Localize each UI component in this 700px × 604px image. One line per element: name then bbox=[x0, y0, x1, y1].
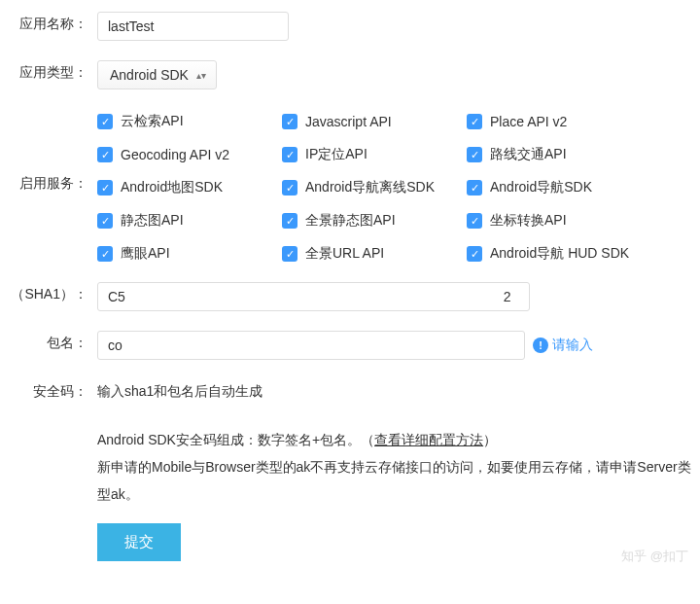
service-label: Place API v2 bbox=[490, 114, 567, 129]
service-checkbox-item[interactable]: ✓Android导航离线SDK bbox=[282, 179, 467, 196]
service-checkbox-item[interactable]: ✓全景静态图API bbox=[282, 212, 467, 230]
chevron-updown-icon: ▴▾ bbox=[196, 70, 206, 81]
checkbox-checked-icon: ✓ bbox=[97, 246, 113, 262]
checkbox-checked-icon: ✓ bbox=[97, 114, 113, 129]
checkbox-checked-icon: ✓ bbox=[97, 147, 113, 162]
service-label: Geocoding API v2 bbox=[121, 147, 229, 162]
label-app-type: 应用类型： bbox=[0, 58, 97, 82]
checkbox-checked-icon: ✓ bbox=[97, 180, 113, 195]
service-checkbox-item[interactable]: ✓鹰眼API bbox=[97, 245, 282, 263]
description-block: Android SDK安全码组成：数字签名+包名。（查看详细配置方法） 新申请的… bbox=[97, 426, 700, 508]
checkbox-checked-icon: ✓ bbox=[467, 246, 482, 262]
service-label: Android导航离线SDK bbox=[305, 179, 435, 196]
checkbox-checked-icon: ✓ bbox=[282, 246, 298, 262]
package-input[interactable] bbox=[97, 331, 525, 360]
config-detail-link[interactable]: 查看详细配置方法 bbox=[374, 432, 483, 447]
service-label: 路线交通API bbox=[490, 146, 567, 163]
app-type-select[interactable]: Android SDK ▴▾ bbox=[97, 60, 217, 89]
service-checkbox-item[interactable]: ✓Place API v2 bbox=[467, 113, 651, 130]
service-label: 鹰眼API bbox=[121, 245, 170, 263]
label-package: 包名： bbox=[0, 329, 97, 352]
service-label: 全景静态图API bbox=[305, 212, 396, 230]
checkbox-checked-icon: ✓ bbox=[467, 180, 482, 195]
label-security: 安全码： bbox=[0, 377, 97, 401]
app-name-input[interactable] bbox=[97, 12, 289, 41]
service-checkbox-item[interactable]: ✓路线交通API bbox=[467, 146, 651, 163]
desc-line1-b: ） bbox=[483, 432, 497, 447]
service-checkbox-item[interactable]: ✓Javascript API bbox=[282, 113, 467, 130]
submit-button[interactable]: 提交 bbox=[97, 523, 181, 561]
sha1-input[interactable] bbox=[97, 282, 530, 311]
service-label: Android导航 HUD SDK bbox=[490, 245, 629, 263]
service-checkbox-item[interactable]: ✓云检索API bbox=[97, 113, 282, 130]
checkbox-checked-icon: ✓ bbox=[97, 213, 113, 229]
app-type-value: Android SDK bbox=[110, 67, 189, 83]
label-sha1: （SHA1）： bbox=[0, 280, 97, 303]
checkbox-checked-icon: ✓ bbox=[282, 213, 298, 229]
service-label: 静态图API bbox=[121, 212, 184, 230]
service-checkbox-item[interactable]: ✓Android导航 HUD SDK bbox=[467, 245, 651, 263]
checkbox-checked-icon: ✓ bbox=[467, 147, 482, 162]
package-hint: 请输入 bbox=[552, 337, 593, 354]
security-text: 输入sha1和包名后自动生成 bbox=[97, 379, 700, 401]
service-checkbox-item[interactable]: ✓全景URL API bbox=[282, 245, 467, 263]
service-label: 坐标转换API bbox=[490, 212, 567, 230]
checkbox-checked-icon: ✓ bbox=[467, 114, 482, 129]
service-label: 云检索API bbox=[121, 113, 184, 130]
service-checkbox-item[interactable]: ✓Geocoding API v2 bbox=[97, 146, 282, 163]
info-icon: ! bbox=[533, 338, 548, 353]
service-label: Android导航SDK bbox=[490, 179, 592, 196]
service-checkbox-item[interactable]: ✓Android地图SDK bbox=[97, 179, 282, 196]
service-label: IP定位API bbox=[305, 146, 368, 163]
service-checkbox-item[interactable]: ✓IP定位API bbox=[282, 146, 467, 163]
desc-line2: 新申请的Mobile与Browser类型的ak不再支持云存储接口的访问，如要使用… bbox=[97, 453, 700, 508]
service-label: Android地图SDK bbox=[121, 179, 223, 196]
service-label: Javascript API bbox=[305, 114, 392, 129]
label-services: 启用服务： bbox=[0, 107, 97, 193]
checkbox-checked-icon: ✓ bbox=[467, 213, 482, 229]
desc-line1-a: Android SDK安全码组成：数字签名+包名。（ bbox=[97, 432, 374, 447]
checkbox-checked-icon: ✓ bbox=[282, 180, 298, 195]
checkbox-checked-icon: ✓ bbox=[282, 114, 298, 129]
checkbox-checked-icon: ✓ bbox=[282, 147, 298, 162]
service-checkbox-item[interactable]: ✓坐标转换API bbox=[467, 212, 651, 230]
service-checkbox-item[interactable]: ✓Android导航SDK bbox=[467, 179, 651, 196]
label-app-name: 应用名称： bbox=[0, 10, 97, 33]
service-checkbox-item[interactable]: ✓静态图API bbox=[97, 212, 282, 230]
service-label: 全景URL API bbox=[305, 245, 384, 263]
